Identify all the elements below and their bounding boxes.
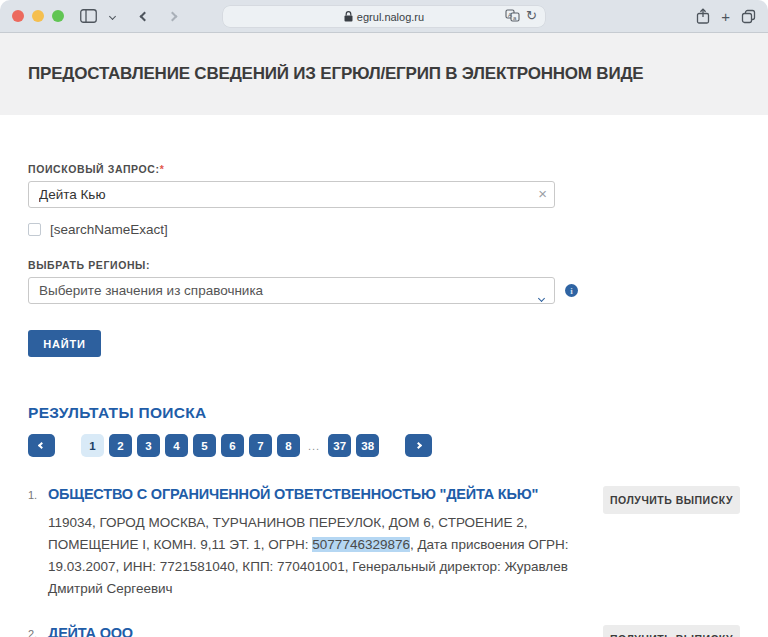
pagination-page-1[interactable]: 1 — [81, 434, 104, 457]
search-name-exact-checkbox[interactable] — [28, 223, 41, 236]
pagination-page-38[interactable]: 38 — [356, 434, 379, 457]
pagination-page-8[interactable]: 8 — [277, 434, 300, 457]
info-icon[interactable]: i — [565, 284, 578, 297]
lock-icon — [344, 11, 353, 22]
translate-icon[interactable]: Aa — [505, 9, 520, 22]
regions-select[interactable]: Выберите значения из справочника — [28, 277, 555, 304]
result-title-link[interactable]: ОБЩЕСТВО С ОГРАНИЧЕННОЙ ОТВЕТСТВЕННОСТЬЮ… — [48, 486, 603, 502]
browser-toolbar: egrul.nalog.ru Aa ↻ + — [0, 0, 768, 33]
pagination-page-6[interactable]: 6 — [221, 434, 244, 457]
window-controls — [12, 10, 64, 22]
pagination-page-2[interactable]: 2 — [109, 434, 132, 457]
pagination-ellipsis: ... — [308, 440, 320, 452]
close-window-button[interactable] — [12, 10, 24, 22]
zoom-window-button[interactable] — [52, 10, 64, 22]
pagination-page-5[interactable]: 5 — [193, 434, 216, 457]
forward-button — [160, 4, 184, 28]
pagination-page-4[interactable]: 4 — [165, 434, 188, 457]
highlighted-ogrn: 5077746329876 — [312, 537, 410, 552]
search-query-label: ПОИСКОВЫЙ ЗАПРОС:* — [28, 163, 740, 175]
result-index: 2. — [28, 625, 48, 637]
clear-input-icon[interactable]: × — [538, 185, 547, 203]
address-bar[interactable]: egrul.nalog.ru Aa ↻ — [223, 6, 545, 27]
url-text: egrul.nalog.ru — [357, 11, 424, 23]
get-statement-button[interactable]: ПОЛУЧИТЬ ВЫПИСКУ — [603, 486, 740, 514]
main-content: ПОИСКОВЫЙ ЗАПРОС:* × [searchNameExact] В… — [0, 163, 768, 637]
pagination: 1 2 3 4 5 6 7 8 ... 37 38 — [28, 434, 740, 457]
result-details: 119034, ГОРОД МОСКВА, ТУРЧАНИНОВ ПЕРЕУЛО… — [48, 512, 593, 600]
results-heading: РЕЗУЛЬТАТЫ ПОИСКА — [28, 404, 740, 422]
pagination-page-37[interactable]: 37 — [328, 434, 351, 457]
result-row: 2. ДЕЙТА ООО 111395, ГОРОД МОСКВА, ВЕШНЯ… — [28, 625, 740, 637]
new-tab-icon[interactable]: + — [721, 9, 730, 24]
minimize-window-button[interactable] — [32, 10, 44, 22]
regions-label: ВЫБРАТЬ РЕГИОНЫ: — [28, 259, 740, 271]
sidebar-chevron-down-icon[interactable] — [100, 4, 124, 28]
result-row: 1. ОБЩЕСТВО С ОГРАНИЧЕННОЙ ОТВЕТСТВЕННОС… — [28, 486, 740, 600]
page-header: ПРЕДОСТАВЛЕНИЕ СВЕДЕНИЙ ИЗ ЕГРЮЛ/ЕГРИП В… — [0, 33, 768, 115]
reload-icon[interactable]: ↻ — [526, 8, 537, 23]
browser-window: egrul.nalog.ru Aa ↻ + ПРЕДОСТАВЛЕНИЕ СВЕ… — [0, 0, 768, 637]
share-icon[interactable] — [696, 8, 710, 24]
back-button[interactable] — [132, 4, 156, 28]
result-title-link[interactable]: ДЕЙТА ООО — [48, 625, 603, 637]
chevron-down-icon — [539, 287, 544, 305]
pagination-prev-button[interactable] — [28, 434, 55, 457]
pagination-next-button[interactable] — [405, 434, 432, 457]
page-title: ПРЕДОСТАВЛЕНИЕ СВЕДЕНИЙ ИЗ ЕГРЮЛ/ЕГРИП В… — [28, 64, 644, 84]
search-name-exact-label: [searchNameExact] — [50, 222, 168, 237]
sidebar-icon[interactable] — [76, 4, 100, 28]
required-asterisk: * — [160, 163, 165, 175]
search-query-input[interactable] — [28, 181, 555, 208]
pagination-page-7[interactable]: 7 — [249, 434, 272, 457]
search-button[interactable]: НАЙТИ — [28, 330, 101, 357]
tab-overview-icon[interactable] — [741, 9, 756, 24]
pagination-page-3[interactable]: 3 — [137, 434, 160, 457]
get-statement-button[interactable]: ПОЛУЧИТЬ ВЫПИСКУ — [603, 625, 740, 637]
result-index: 1. — [28, 486, 48, 600]
svg-text:A: A — [508, 12, 512, 18]
regions-select-placeholder: Выберите значения из справочника — [39, 283, 263, 298]
